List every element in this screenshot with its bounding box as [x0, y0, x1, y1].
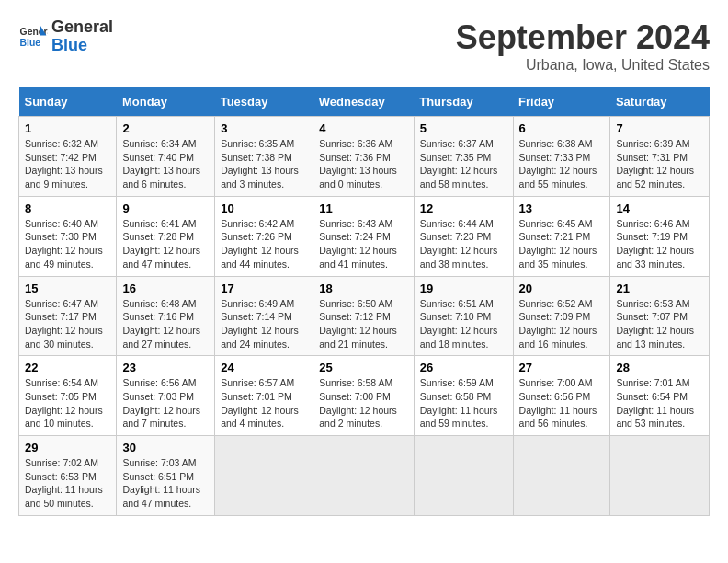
day-number: 27 [519, 361, 605, 374]
title-section: September 2024 Urbana, Iowa, United Stat… [456, 18, 710, 74]
day-info: Sunrise: 7:01 AMSunset: 6:54 PMDaylight:… [616, 376, 703, 431]
logo-line1: General [51, 18, 113, 37]
day-number: 8 [25, 201, 110, 215]
col-header-saturday: Saturday [610, 87, 710, 117]
calendar-cell [414, 436, 513, 516]
day-number: 25 [319, 361, 407, 374]
day-number: 22 [25, 361, 110, 374]
header: General Blue General Blue September 2024… [18, 18, 710, 74]
calendar-cell: 25Sunrise: 6:58 AMSunset: 7:00 PMDayligh… [313, 356, 414, 436]
day-info: Sunrise: 7:03 AMSunset: 6:51 PMDaylight:… [122, 456, 209, 511]
day-number: 26 [420, 361, 507, 374]
col-header-monday: Monday [117, 87, 215, 117]
calendar-cell: 13Sunrise: 6:45 AMSunset: 7:21 PMDayligh… [513, 196, 610, 276]
day-number: 5 [420, 121, 507, 135]
day-info: Sunrise: 6:42 AMSunset: 7:26 PMDaylight:… [221, 217, 307, 271]
day-info: Sunrise: 6:46 AMSunset: 7:19 PMDaylight:… [616, 217, 703, 271]
calendar-cell: 8Sunrise: 6:40 AMSunset: 7:30 PMDaylight… [19, 196, 117, 276]
day-number: 17 [221, 282, 307, 295]
day-info: Sunrise: 6:43 AMSunset: 7:24 PMDaylight:… [319, 217, 407, 271]
calendar-cell: 4Sunrise: 6:36 AMSunset: 7:36 PMDaylight… [313, 117, 414, 197]
calendar-week-row: 15Sunrise: 6:47 AMSunset: 7:17 PMDayligh… [19, 276, 710, 356]
day-number: 16 [122, 282, 209, 295]
calendar-cell: 9Sunrise: 6:41 AMSunset: 7:28 PMDaylight… [117, 196, 215, 276]
col-header-friday: Friday [513, 87, 610, 117]
logo-icon: General Blue [18, 22, 48, 52]
calendar-cell: 2Sunrise: 6:34 AMSunset: 7:40 PMDaylight… [117, 117, 215, 197]
calendar-cell: 29Sunrise: 7:02 AMSunset: 6:53 PMDayligh… [19, 436, 117, 516]
calendar-cell [215, 436, 313, 516]
logo-text: General Blue [51, 18, 113, 55]
day-number: 1 [25, 121, 110, 135]
day-number: 9 [122, 201, 209, 215]
calendar-cell: 5Sunrise: 6:37 AMSunset: 7:35 PMDaylight… [414, 117, 513, 197]
day-info: Sunrise: 6:38 AMSunset: 7:33 PMDaylight:… [519, 137, 605, 191]
calendar-cell: 16Sunrise: 6:48 AMSunset: 7:16 PMDayligh… [117, 276, 215, 356]
day-number: 20 [519, 282, 605, 295]
logo: General Blue General Blue [18, 18, 113, 55]
col-header-tuesday: Tuesday [215, 87, 313, 117]
calendar-cell: 28Sunrise: 7:01 AMSunset: 6:54 PMDayligh… [610, 356, 710, 436]
day-info: Sunrise: 6:36 AMSunset: 7:36 PMDaylight:… [319, 137, 407, 191]
day-info: Sunrise: 6:41 AMSunset: 7:28 PMDaylight:… [122, 217, 209, 271]
calendar-cell [513, 436, 610, 516]
day-number: 6 [519, 121, 605, 135]
calendar-cell [610, 436, 710, 516]
calendar-cell: 15Sunrise: 6:47 AMSunset: 7:17 PMDayligh… [19, 276, 117, 356]
day-number: 2 [122, 121, 209, 135]
day-info: Sunrise: 6:45 AMSunset: 7:21 PMDaylight:… [519, 217, 605, 271]
day-number: 7 [616, 121, 703, 135]
day-number: 14 [616, 201, 703, 215]
calendar-cell: 17Sunrise: 6:49 AMSunset: 7:14 PMDayligh… [215, 276, 313, 356]
day-info: Sunrise: 6:56 AMSunset: 7:03 PMDaylight:… [122, 376, 209, 431]
day-number: 4 [319, 121, 407, 135]
calendar-cell: 10Sunrise: 6:42 AMSunset: 7:26 PMDayligh… [215, 196, 313, 276]
calendar-cell: 27Sunrise: 7:00 AMSunset: 6:56 PMDayligh… [513, 356, 610, 436]
day-number: 10 [221, 201, 307, 215]
day-info: Sunrise: 6:54 AMSunset: 7:05 PMDaylight:… [25, 376, 110, 431]
month-title: September 2024 [456, 18, 710, 57]
day-number: 23 [122, 361, 209, 374]
day-info: Sunrise: 6:44 AMSunset: 7:23 PMDaylight:… [420, 217, 507, 271]
day-info: Sunrise: 6:50 AMSunset: 7:12 PMDaylight:… [319, 297, 407, 351]
day-number: 28 [616, 361, 703, 374]
day-number: 11 [319, 201, 407, 215]
calendar-cell: 26Sunrise: 6:59 AMSunset: 6:58 PMDayligh… [414, 356, 513, 436]
calendar-cell: 3Sunrise: 6:35 AMSunset: 7:38 PMDaylight… [215, 117, 313, 197]
col-header-wednesday: Wednesday [313, 87, 414, 117]
calendar-week-row: 8Sunrise: 6:40 AMSunset: 7:30 PMDaylight… [19, 196, 710, 276]
day-info: Sunrise: 6:59 AMSunset: 6:58 PMDaylight:… [420, 376, 507, 431]
calendar-cell: 12Sunrise: 6:44 AMSunset: 7:23 PMDayligh… [414, 196, 513, 276]
calendar-week-row: 29Sunrise: 7:02 AMSunset: 6:53 PMDayligh… [19, 436, 710, 516]
calendar-cell: 21Sunrise: 6:53 AMSunset: 7:07 PMDayligh… [610, 276, 710, 356]
day-info: Sunrise: 6:57 AMSunset: 7:01 PMDaylight:… [221, 376, 307, 431]
calendar-cell: 18Sunrise: 6:50 AMSunset: 7:12 PMDayligh… [313, 276, 414, 356]
day-number: 29 [25, 441, 110, 454]
calendar-cell: 19Sunrise: 6:51 AMSunset: 7:10 PMDayligh… [414, 276, 513, 356]
day-info: Sunrise: 6:49 AMSunset: 7:14 PMDaylight:… [221, 297, 307, 351]
logo-line2: Blue [51, 37, 113, 55]
day-number: 21 [616, 282, 703, 295]
day-number: 13 [519, 201, 605, 215]
day-info: Sunrise: 6:47 AMSunset: 7:17 PMDaylight:… [25, 297, 110, 351]
day-info: Sunrise: 6:34 AMSunset: 7:40 PMDaylight:… [122, 137, 209, 191]
calendar-cell: 23Sunrise: 6:56 AMSunset: 7:03 PMDayligh… [117, 356, 215, 436]
calendar-week-row: 1Sunrise: 6:32 AMSunset: 7:42 PMDaylight… [19, 117, 710, 197]
day-info: Sunrise: 6:35 AMSunset: 7:38 PMDaylight:… [221, 137, 307, 191]
calendar-cell: 30Sunrise: 7:03 AMSunset: 6:51 PMDayligh… [117, 436, 215, 516]
col-header-thursday: Thursday [414, 87, 513, 117]
calendar-cell: 6Sunrise: 6:38 AMSunset: 7:33 PMDaylight… [513, 117, 610, 197]
day-number: 24 [221, 361, 307, 374]
calendar-week-row: 22Sunrise: 6:54 AMSunset: 7:05 PMDayligh… [19, 356, 710, 436]
day-info: Sunrise: 6:52 AMSunset: 7:09 PMDaylight:… [519, 297, 605, 351]
day-info: Sunrise: 7:02 AMSunset: 6:53 PMDaylight:… [25, 456, 110, 511]
day-info: Sunrise: 6:37 AMSunset: 7:35 PMDaylight:… [420, 137, 507, 191]
calendar-header-row: SundayMondayTuesdayWednesdayThursdayFrid… [19, 87, 710, 117]
calendar-cell: 24Sunrise: 6:57 AMSunset: 7:01 PMDayligh… [215, 356, 313, 436]
svg-text:Blue: Blue [20, 37, 41, 47]
calendar-cell: 20Sunrise: 6:52 AMSunset: 7:09 PMDayligh… [513, 276, 610, 356]
calendar-cell: 22Sunrise: 6:54 AMSunset: 7:05 PMDayligh… [19, 356, 117, 436]
col-header-sunday: Sunday [19, 87, 117, 117]
day-number: 15 [25, 282, 110, 295]
day-info: Sunrise: 6:32 AMSunset: 7:42 PMDaylight:… [25, 137, 110, 191]
